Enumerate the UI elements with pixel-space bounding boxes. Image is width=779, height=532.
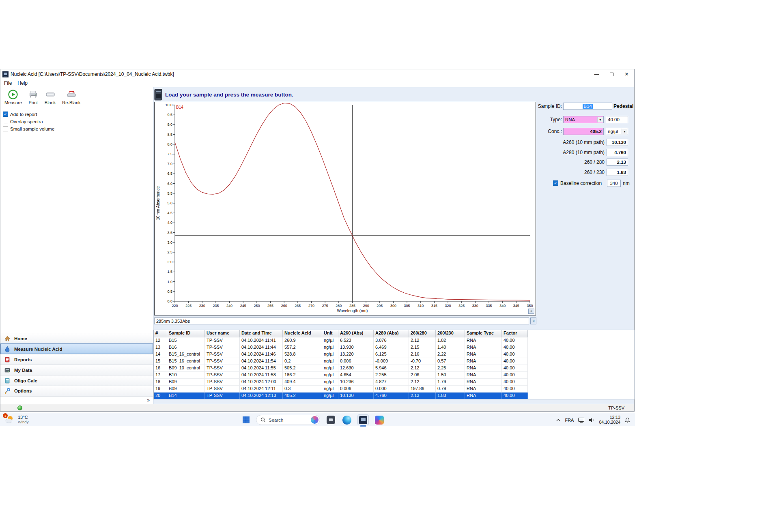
search-input[interactable]: Search [256, 415, 320, 425]
column-header-[interactable]: # [154, 330, 167, 337]
table-cell: 18 [154, 379, 167, 386]
minimize-button[interactable]: — [589, 69, 604, 79]
table-row[interactable]: 17B10TP-SSV04.10.2024 11:58186.2ng/µl4.6… [154, 372, 528, 379]
baseline-wavelength-field[interactable]: 340 [607, 180, 621, 187]
table-cell: RNA [465, 351, 502, 358]
column-header-sample-type[interactable]: Sample Type [465, 330, 502, 337]
spectrum-chart[interactable]: 2202252302352402452502552602652702752802… [155, 102, 536, 315]
table-cell: 505.2 [283, 365, 322, 372]
table-row[interactable]: 19B09TP-SSV04.10.2024 12:110.3ng/µl0.006… [154, 386, 528, 393]
baseline-row: ✓ Baseline correction 340 nm [538, 180, 635, 187]
toolbar-label: Blank [45, 100, 56, 105]
table-row[interactable]: 12B15TP-SSV04.10.2024 11:41260.9ng/µl6.5… [154, 337, 528, 344]
minimize-icon: — [594, 71, 599, 77]
menu-file[interactable]: File [1, 79, 15, 87]
svg-text:285: 285 [349, 304, 355, 308]
conc-unit-dropdown[interactable]: ng/µl▼ [606, 128, 628, 135]
table-cell: 557.2 [283, 344, 322, 351]
dark-app-icon[interactable] [325, 414, 336, 425]
start-button[interactable] [241, 415, 251, 425]
chart-collapse-button[interactable]: « [528, 309, 534, 314]
sample-id-input[interactable]: B14 [563, 103, 612, 110]
baseline-checkbox[interactable]: ✓ [553, 180, 558, 186]
menu-help[interactable]: Help [15, 79, 30, 87]
checkbox-small-sample-volume[interactable]: Small sample volume [3, 126, 153, 132]
edge-icon[interactable] [341, 414, 353, 425]
type-dropdown[interactable]: RNA▼ [563, 116, 604, 123]
table-row[interactable]: 14B15_16_controlTP-SSV04.10.2024 11:4652… [154, 351, 528, 358]
close-button[interactable]: ✕ [619, 69, 634, 79]
main-area: MeasurePrintBlankRe-Blank ✓Add to report… [0, 87, 634, 404]
table-row[interactable]: 13B16TP-SSV04.10.2024 11:44557.2ng/µl13.… [154, 344, 528, 351]
options-icon [4, 388, 11, 394]
checkbox-box[interactable] [3, 126, 8, 131]
tray-chevron-up-icon[interactable] [556, 419, 560, 421]
tray-clock[interactable]: 12:13 04.10.2024 [599, 415, 620, 425]
column-header-date-and-time[interactable]: Date and Time [240, 330, 283, 337]
language-indicator[interactable]: FRA [565, 418, 574, 423]
table-cell: 2.13 [409, 393, 436, 399]
svg-text:7.0: 7.0 [167, 162, 172, 166]
sidebar-item-oligo-calc[interactable]: Oligo Calc [0, 375, 153, 386]
table-cell: TP-SSV [205, 372, 240, 379]
color-app-icon[interactable] [374, 414, 385, 425]
a260-field: 10.130 [607, 139, 628, 146]
checkbox-overlay-spectra[interactable]: Overlay spectra [3, 118, 153, 124]
table-cell: ng/µl [322, 386, 338, 393]
sidebar-item-measure-nucleic-acid[interactable]: Measure Nucleic Acid [0, 343, 153, 354]
table-cell: 2.25 [436, 365, 465, 372]
close-icon: ✕ [624, 71, 628, 77]
table-cell: RNA [465, 386, 502, 393]
column-header-factor[interactable]: Factor [502, 330, 528, 337]
svg-text:7.5: 7.5 [167, 152, 172, 156]
toolbar-label: Re-Blank [62, 100, 80, 105]
nav-expander[interactable]: » [0, 396, 153, 404]
conc-field[interactable]: 405.2 [563, 128, 604, 135]
sidebar-item-reports[interactable]: Reports [0, 354, 153, 365]
toolbar-print-button[interactable]: Print [28, 89, 38, 105]
checkbox-box[interactable]: ✓ [3, 112, 8, 117]
table-cell: -0.009 [374, 358, 409, 365]
column-header-unit[interactable]: Unit [322, 330, 338, 337]
column-header-260-280[interactable]: 260/280 [409, 330, 436, 337]
column-header-a280-abs[interactable]: A280 (Abs) [374, 330, 409, 337]
column-header-a260-abs[interactable]: A260 (Abs) [338, 330, 374, 337]
svg-text:315: 315 [431, 304, 437, 308]
table-row[interactable]: 20B14TP-SSV04.10.2024 12:13405.2ng/µl10.… [154, 393, 528, 399]
column-header-sample-id[interactable]: Sample ID [167, 330, 205, 337]
baseline-wavelength-value: 340 [610, 181, 618, 186]
status-ok-icon [17, 405, 22, 410]
nucleic-acid-app-icon[interactable] [357, 414, 369, 425]
readout-expand-button[interactable]: « [530, 317, 536, 324]
toolbar-blank-button[interactable]: Blank [45, 89, 56, 105]
toolbar-reblank-button[interactable]: Re-Blank [62, 89, 80, 105]
menubar: FileHelp [0, 79, 634, 87]
titlebar[interactable]: Nucleic Acid [C:\Users\TP-SSV\Documents\… [0, 69, 634, 79]
svg-text:295: 295 [377, 304, 383, 308]
sidebar-item-my-data[interactable]: My Data [0, 365, 153, 375]
sidebar-item-options[interactable]: Options [0, 386, 153, 396]
maximize-button[interactable] [604, 69, 619, 79]
weather-widget[interactable]: 1 13°C Windy [5, 415, 28, 425]
column-header-260-230[interactable]: 260/230 [436, 330, 465, 337]
chevron-down-icon: ▼ [622, 129, 627, 134]
chevron-down-icon: ▼ [597, 117, 603, 122]
table-row[interactable]: 18B09TP-SSV04.10.2024 12:00409.4ng/µl10.… [154, 379, 528, 386]
volume-icon[interactable] [589, 418, 594, 423]
splitter-grip[interactable]: ········ [0, 329, 153, 333]
notification-bell-icon[interactable] [625, 417, 630, 423]
toolbar-measure-button[interactable]: Measure [4, 89, 22, 105]
cast-icon[interactable] [578, 418, 584, 423]
checkbox-label: Overlay spectra [10, 119, 43, 124]
column-header-nucleic-acid[interactable]: Nucleic Acid [283, 330, 322, 337]
checkbox-box[interactable] [3, 119, 8, 124]
table-row[interactable]: 16B09_10_controlTP-SSV04.10.2024 11:5550… [154, 365, 528, 372]
factor-field[interactable]: 40.00 [606, 116, 628, 123]
checkbox-add-to-report[interactable]: ✓Add to report [3, 111, 153, 117]
column-header-user-name[interactable]: User name [205, 330, 240, 337]
instrument-icon [154, 88, 162, 101]
table-cell: ng/µl [322, 393, 338, 399]
clock-date: 04.10.2024 [599, 420, 620, 425]
sidebar-item-home[interactable]: Home [0, 333, 153, 343]
table-row[interactable]: 15B15_16_controlTP-SSV04.10.2024 11:540.… [154, 358, 528, 365]
